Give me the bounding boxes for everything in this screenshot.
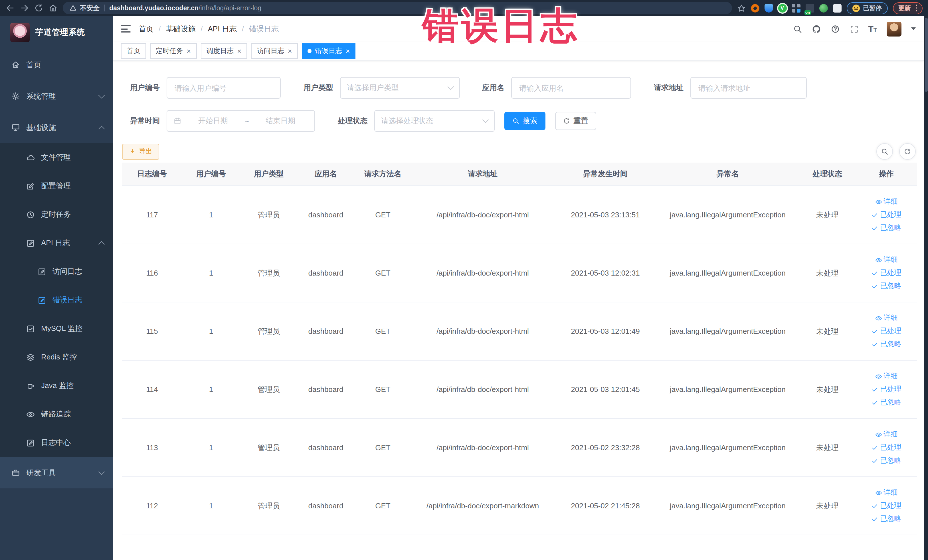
action-processed[interactable]: 已处理 (872, 443, 902, 452)
refresh-button[interactable] (899, 143, 916, 160)
action-ignored[interactable]: 已忽略 (872, 398, 902, 407)
help-icon[interactable] (830, 24, 839, 34)
action-processed[interactable]: 已处理 (872, 501, 902, 511)
extension-icon-grid[interactable] (792, 4, 800, 12)
process-status-select[interactable]: 请选择处理状态 (374, 110, 495, 132)
cell-actions: 详细 已处理 已忽略 (856, 371, 917, 407)
sidebar-toggle-icon[interactable] (121, 25, 131, 32)
sidebar-item-trace[interactable]: 链路追踪 (0, 400, 113, 429)
close-icon[interactable] (186, 47, 191, 55)
sidebar-item-api-logs[interactable]: API 日志 (0, 229, 113, 257)
app-logo[interactable]: 芋道管理系统 (0, 16, 113, 49)
sidebar-item-config-management[interactable]: 配置管理 (0, 172, 113, 200)
extension-icon-green-v[interactable]: V (778, 4, 786, 12)
address-bar[interactable]: 不安全 dashboard.yudao.iocoder.cn/infra/log… (63, 2, 732, 14)
action-ignored[interactable]: 已忽略 (872, 223, 902, 233)
action-ignored[interactable]: 已忽略 (872, 456, 902, 465)
app-name-input[interactable] (518, 83, 624, 93)
request-url-field[interactable] (690, 77, 807, 99)
action-detail[interactable]: 详细 (875, 430, 898, 439)
action-detail[interactable]: 详细 (875, 371, 898, 381)
export-button[interactable]: 导出 (122, 143, 159, 159)
sidebar-item-dev-tools[interactable]: 研发工具 (0, 457, 113, 488)
update-button[interactable]: 更新 (893, 2, 923, 14)
search-button[interactable]: 搜索 (504, 112, 545, 130)
user-avatar[interactable] (887, 21, 902, 36)
user-id-field[interactable] (166, 77, 281, 99)
extension-icon-leaf[interactable] (819, 4, 827, 12)
check-icon (872, 270, 878, 276)
app-name-field[interactable] (511, 77, 631, 99)
cell-status: 未处理 (799, 210, 856, 220)
tab-access-logs[interactable]: 访问日志 (251, 43, 298, 59)
tab-home[interactable]: 首页 (121, 43, 146, 59)
action-ignored[interactable]: 已忽略 (872, 281, 902, 291)
breadcrumb-home[interactable]: 首页 (139, 24, 154, 34)
extension-icon-orange[interactable] (751, 4, 759, 12)
cell-exception-time: 2021-05-03 12:01:45 (554, 385, 657, 394)
toggle-search-button[interactable] (876, 143, 893, 160)
close-icon[interactable] (288, 47, 292, 55)
sidebar-item-log-center[interactable]: 日志中心 (0, 429, 113, 457)
font-size-icon[interactable] (868, 24, 877, 33)
screen: 不安全 dashboard.yudao.iocoder.cn/infra/log… (0, 0, 928, 560)
tab-error-logs[interactable]: 错误日志 (302, 43, 356, 59)
close-icon[interactable] (237, 47, 241, 55)
user-menu-caret-icon[interactable] (911, 27, 916, 30)
paused-chip[interactable]: 已暂停 (846, 2, 887, 14)
sidebar-item-java-monitor[interactable]: Java 监控 (0, 371, 113, 400)
action-detail[interactable]: 详细 (875, 488, 898, 497)
sidebar-item-home[interactable]: 首页 (0, 49, 113, 81)
action-processed[interactable]: 已处理 (872, 327, 902, 336)
tab-scheduled-tasks[interactable]: 定时任务 (150, 43, 197, 59)
home-icon (11, 61, 20, 69)
sidebar-item-redis-monitor[interactable]: Redis 监控 (0, 343, 113, 371)
cell-request-url: /api/infra/db-doc/export-html (411, 327, 554, 336)
sidebar-item-access-logs[interactable]: 访问日志 (0, 257, 113, 286)
browser-forward-icon[interactable] (20, 3, 29, 12)
close-icon[interactable] (346, 47, 350, 55)
sidebar-item-infrastructure[interactable]: 基础设施 (0, 112, 113, 143)
action-detail[interactable]: 详细 (875, 313, 898, 323)
cell-exception-name: java.lang.IllegalArgumentException (657, 269, 799, 277)
action-ignored[interactable]: 已忽略 (872, 339, 902, 349)
main-area: 首页/ 基础设施/ API 日志/ 错误日志 首页 定时任务 调度日志 访问日志… (113, 16, 924, 560)
bookmark-star-icon[interactable] (737, 4, 745, 12)
search-icon[interactable] (793, 24, 802, 34)
security-indicator[interactable]: 不安全 (70, 4, 99, 12)
cell-status: 未处理 (799, 326, 856, 336)
sidebar-item-mysql-monitor[interactable]: MySQL 监控 (0, 314, 113, 343)
extension-icon-blue[interactable] (764, 4, 773, 12)
page-scrollbar[interactable] (924, 16, 928, 560)
sidebar-item-file-management[interactable]: 文件管理 (0, 143, 113, 172)
cell-app-name: dashboard (297, 327, 354, 336)
error-log-table: 日志编号 用户编号 用户类型 应用名 请求方法名 请求地址 异常发生时间 异常名… (122, 163, 917, 535)
browser-back-icon[interactable] (6, 3, 15, 12)
action-processed[interactable]: 已处理 (872, 385, 902, 394)
action-detail[interactable]: 详细 (875, 255, 898, 265)
sidebar-item-error-logs[interactable]: 错误日志 (0, 286, 113, 314)
reset-button[interactable]: 重置 (555, 112, 596, 130)
extension-icon-switch[interactable]: on (805, 4, 814, 12)
date-range-picker[interactable]: 开始日期 ~ 结束日期 (166, 110, 315, 132)
browser-menu-icon[interactable] (916, 5, 917, 11)
sidebar-item-scheduled-tasks[interactable]: 定时任务 (0, 200, 113, 229)
fullscreen-icon[interactable] (849, 24, 858, 34)
user-id-input[interactable] (174, 83, 274, 93)
user-type-select[interactable]: 请选择用户类型 (340, 77, 460, 99)
action-processed[interactable]: 已处理 (872, 210, 902, 220)
sidebar-item-system-management[interactable]: 系统管理 (0, 81, 113, 112)
tab-schedule-logs[interactable]: 调度日志 (200, 43, 247, 59)
action-ignored[interactable]: 已忽略 (872, 514, 902, 524)
action-processed[interactable]: 已处理 (872, 268, 902, 278)
browser-home-icon[interactable] (49, 3, 58, 12)
scrollbar-thumb[interactable] (925, 18, 927, 92)
breadcrumb-infrastructure[interactable]: 基础设施 (166, 24, 195, 34)
github-icon[interactable] (812, 24, 821, 34)
breadcrumb-api-logs[interactable]: API 日志 (208, 24, 237, 34)
browser-reload-icon[interactable] (34, 3, 43, 12)
extensions-puzzle-icon[interactable] (833, 4, 841, 12)
action-detail[interactable]: 详细 (875, 197, 898, 206)
request-url-input[interactable] (697, 83, 800, 93)
cell-app-name: dashboard (297, 385, 354, 394)
